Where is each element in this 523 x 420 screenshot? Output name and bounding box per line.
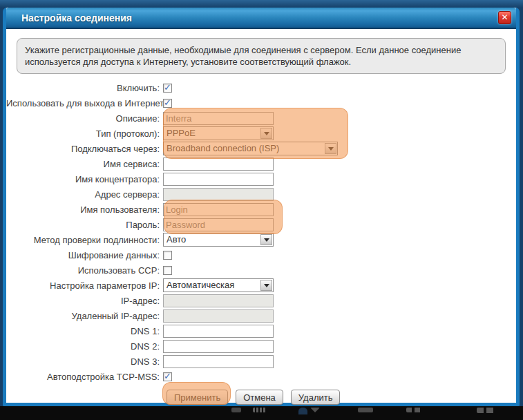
row-encryption: Шифрование данных:	[6, 247, 516, 262]
dialog-titlebar: Настройка соединения ✕	[6, 8, 516, 29]
select-value: Broadband connection (ISP)	[164, 142, 324, 155]
row-protocol-type: Тип (протокол): PPPoE	[6, 126, 516, 141]
select-value: Авто	[164, 233, 260, 246]
row-remote-ip: Удаленный IP-адрес:	[6, 308, 516, 323]
auth-method-select[interactable]: Авто	[163, 233, 274, 247]
protocol-type-select[interactable]: PPPoE	[163, 126, 274, 140]
ip-address-input	[163, 294, 274, 307]
concentrator-name-input[interactable]	[163, 173, 274, 186]
field-label: Тип (протокол):	[6, 128, 163, 139]
background-icon	[298, 408, 307, 414]
connection-form: Включить: ✓ Использовать для выхода в Ин…	[6, 80, 516, 405]
row-use-ccp: Использовать CCP:	[6, 262, 516, 278]
use-for-internet-checkbox[interactable]: ✓	[163, 99, 172, 108]
row-tcp-mss: Автоподстройка TCP-MSS: ✓	[6, 369, 516, 384]
field-label: Адрес сервера:	[6, 189, 163, 200]
row-ip-address: IP-адрес:	[6, 293, 516, 308]
field-label: DNS 1:	[6, 326, 163, 336]
ip-settings-select[interactable]: Автоматическая	[163, 278, 274, 292]
row-enable: Включить: ✓	[6, 80, 516, 95]
field-label: Включить:	[6, 83, 163, 93]
row-concentrator-name: Имя концентратора:	[6, 171, 516, 187]
chevron-down-icon[interactable]	[260, 280, 272, 291]
row-service-name: Имя сервиса:	[6, 156, 516, 171]
background-icon	[231, 408, 241, 412]
password-input[interactable]	[163, 218, 274, 231]
tcp-mss-checkbox[interactable]: ✓	[163, 372, 172, 381]
field-label: Автоподстройка TCP-MSS:	[6, 372, 163, 382]
background-icon	[477, 408, 495, 413]
row-server-address: Адрес сервера:	[6, 187, 516, 202]
remote-ip-input	[163, 309, 274, 323]
apply-button[interactable]: Применить	[167, 390, 228, 405]
checkmark-icon: ✓	[164, 97, 171, 108]
dimmed-page-top	[0, 0, 523, 8]
field-label: Описание:	[6, 113, 163, 124]
info-message: Укажите регистрационные данные, необходи…	[17, 38, 506, 74]
username-input[interactable]	[163, 203, 274, 216]
field-label: Шифрование данных:	[6, 250, 163, 260]
chevron-down-icon[interactable]	[260, 128, 272, 139]
connection-settings-dialog: Настройка соединения ✕ Укажите регистрац…	[3, 8, 520, 406]
chevron-down-icon[interactable]	[325, 143, 336, 154]
field-label: IP-адрес:	[6, 296, 163, 306]
cancel-button[interactable]: Отмена	[236, 390, 283, 405]
field-label: Метод проверки подлинности:	[6, 235, 163, 245]
dimmed-page-bottom	[0, 406, 523, 420]
field-label: Пароль:	[6, 220, 163, 230]
field-label: DNS 3:	[6, 356, 163, 367]
row-dns3: DNS 3:	[6, 354, 516, 369]
dns1-input[interactable]	[163, 325, 274, 338]
row-ip-settings: Настройка параметров IP: Автоматическая	[6, 278, 516, 293]
row-username: Имя пользователя:	[6, 202, 516, 217]
select-value: Автоматическая	[164, 279, 260, 292]
checkmark-icon: ✓	[164, 371, 171, 381]
dialog-body: Укажите регистрационные данные, необходи…	[6, 29, 516, 405]
background-icon	[358, 408, 373, 412]
row-connect-via: Подключаться через: Broadband connection…	[6, 141, 516, 156]
use-ccp-checkbox[interactable]	[163, 266, 172, 275]
background-icon	[406, 408, 421, 412]
chevron-down-icon[interactable]	[260, 234, 272, 245]
row-password: Пароль:	[6, 217, 516, 232]
row-dns2: DNS 2:	[6, 338, 516, 354]
field-label: Использовать CCP:	[6, 265, 163, 276]
dns2-input[interactable]	[163, 340, 274, 353]
dns3-input[interactable]	[163, 355, 274, 368]
field-label: Настройка параметров IP:	[6, 280, 163, 291]
row-dns1: DNS 1:	[6, 323, 516, 338]
field-label: Имя концентратора:	[6, 174, 163, 184]
field-label: Подключаться через:	[6, 144, 163, 154]
button-bar: Применить Отмена Удалить	[6, 390, 516, 405]
field-label: DNS 2:	[6, 341, 163, 352]
checkmark-icon: ✓	[164, 82, 171, 93]
server-address-input	[163, 188, 274, 201]
background-icon	[253, 408, 267, 412]
description-input[interactable]	[163, 112, 274, 125]
field-label: Использовать для выхода в Интернет:	[6, 98, 163, 108]
encryption-checkbox[interactable]	[163, 251, 172, 260]
enable-checkbox[interactable]: ✓	[163, 84, 172, 93]
field-label: Имя сервиса:	[6, 159, 163, 169]
connect-via-select[interactable]: Broadband connection (ISP)	[163, 142, 338, 155]
close-icon[interactable]: ✕	[498, 11, 511, 24]
select-value: PPPoE	[164, 127, 260, 140]
dialog-title: Настройка соединения	[6, 8, 516, 28]
row-description: Описание:	[6, 111, 516, 126]
service-name-input[interactable]	[163, 158, 274, 171]
background-icon	[310, 408, 320, 412]
field-label: Имя пользователя:	[6, 204, 163, 215]
row-use-for-internet: Использовать для выхода в Интернет: ✓	[6, 95, 516, 111]
delete-button[interactable]: Удалить	[291, 390, 341, 405]
row-auth-method: Метод проверки подлинности: Авто	[6, 232, 516, 247]
field-label: Удаленный IP-адрес:	[6, 311, 163, 321]
